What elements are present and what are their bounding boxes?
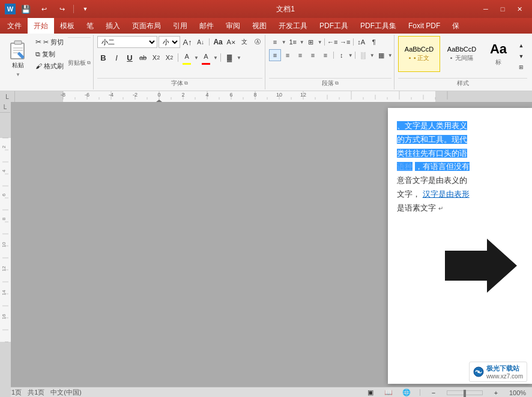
clipboard-group: 粘贴 ▼ ✂ ✂ 剪切 ⧉ 复制 🖌 格式刷 — [2, 35, 94, 89]
menu-foxit[interactable]: Foxit PDF — [402, 18, 446, 34]
clipboard-expand-icon[interactable]: ⧉ — [87, 60, 91, 66]
style-nospace-card[interactable]: AaBbCcD ▪ 无间隔 — [441, 36, 483, 72]
change-case-btn[interactable]: Aa — [212, 36, 224, 48]
shading-btn[interactable]: ▓ — [223, 52, 235, 64]
ruler-corner[interactable]: L — [0, 91, 15, 102]
bold-btn[interactable]: B — [97, 52, 109, 64]
print-layout-btn[interactable]: ▣ — [364, 387, 376, 398]
styles-scroll-up-btn[interactable]: ▲ — [515, 41, 527, 50]
clear-format-btn[interactable]: A✕ — [225, 36, 237, 48]
svg-text:12: 12 — [300, 92, 306, 98]
zoom-slider-thumb — [464, 390, 466, 397]
phonetic-btn[interactable]: 文 — [238, 36, 250, 48]
zoom-in-btn[interactable]: + — [490, 387, 502, 398]
quick-save-btn[interactable]: 💾 — [18, 3, 34, 15]
shading2-btn[interactable]: ░ — [357, 49, 369, 61]
undo-btn[interactable]: ↩ — [36, 3, 52, 15]
web-layout-btn[interactable]: 🌐 — [401, 387, 413, 398]
borders-dropdown[interactable]: ▼ — [388, 53, 393, 58]
copy-button[interactable]: ⧉ 复制 — [32, 49, 67, 59]
maximize-btn[interactable]: □ — [495, 3, 510, 15]
svg-rect-1 — [14, 41, 22, 44]
text-line-4: 语种 ，有语言但没有 — [397, 161, 523, 173]
align-right-btn[interactable]: ≡ — [294, 49, 306, 61]
line-spacing-btn[interactable]: ↕ — [336, 49, 348, 61]
sort-btn[interactable]: ↕A — [355, 36, 367, 48]
paste-icon — [8, 38, 28, 60]
arrow-container — [397, 239, 523, 293]
bullets-btn[interactable]: ≡ — [269, 36, 281, 48]
v-ruler-svg: 2 4 6 8 10 12 14 16 — [0, 102, 11, 397]
menu-file[interactable]: 文件 — [1, 18, 28, 34]
zoom-slider[interactable] — [447, 390, 483, 395]
menu-template[interactable]: 模板 — [54, 18, 80, 34]
font-size-select[interactable]: 小二 — [159, 36, 180, 48]
custom-toolbar-btn[interactable]: ▼ — [77, 3, 93, 15]
underline-btn[interactable]: U — [124, 52, 136, 64]
shading2-dropdown[interactable]: ▼ — [370, 53, 375, 58]
redo-btn[interactable]: ↪ — [54, 3, 70, 15]
increase-indent-btn[interactable]: →≡ — [339, 36, 351, 48]
align-left-btn[interactable]: ≡ — [269, 49, 281, 61]
menu-more[interactable]: 保 — [446, 18, 465, 34]
style-normal-label: ▪ ▪ 正文 — [409, 54, 430, 62]
font-color-dropdown[interactable]: ▼ — [213, 55, 218, 61]
style-normal-card[interactable]: AaBbCcD ▪ ▪ 正文 — [398, 36, 440, 72]
subscript-btn[interactable]: X2 — [150, 52, 162, 64]
show-marks-btn[interactable]: ¶ — [368, 36, 380, 48]
zoom-out-btn[interactable]: − — [428, 387, 440, 398]
menu-view[interactable]: 视图 — [246, 18, 273, 34]
shading-dropdown[interactable]: ▼ — [237, 55, 241, 61]
numbering-dropdown[interactable]: ▼ — [300, 40, 304, 45]
styles-scroll-down-btn[interactable]: ▼ — [515, 52, 527, 61]
menu-pen[interactable]: 笔 — [80, 18, 100, 34]
menu-home[interactable]: 开始 — [28, 18, 54, 34]
multilevel-dropdown[interactable]: ▼ — [318, 40, 322, 45]
read-mode-btn[interactable]: 📖 — [382, 387, 394, 398]
menu-developer[interactable]: 开发工具 — [273, 18, 313, 34]
menu-insert[interactable]: 插入 — [100, 18, 126, 34]
highlight-dropdown[interactable]: ▼ — [194, 55, 199, 61]
document-area[interactable]: 、文字是人类用表义 的方式和工具。现代 类往往先有口头的语 语种 ，有语言但没有… — [11, 102, 532, 387]
menu-pdf-toolset[interactable]: PDF工具集 — [354, 18, 402, 34]
clipboard-small-btns: ✂ ✂ 剪切 ⧉ 复制 🖌 格式刷 — [32, 36, 67, 72]
para-expand-icon[interactable]: ⧉ — [335, 80, 339, 86]
menu-review[interactable]: 审阅 — [220, 18, 246, 34]
align-center-btn[interactable]: ≡ — [282, 49, 294, 61]
distribute-btn[interactable]: ≡ — [319, 49, 331, 61]
font-shrink-btn[interactable]: A↓ — [195, 36, 207, 48]
menu-pdf-tools[interactable]: PDF工具 — [313, 18, 354, 34]
text-5: 意音文字是由表义的 — [397, 176, 467, 185]
menu-layout[interactable]: 页面布局 — [126, 18, 167, 34]
cut-button[interactable]: ✂ ✂ 剪切 — [32, 37, 67, 47]
styles-expand-btn[interactable]: ⊞ — [515, 62, 527, 72]
style-heading-card[interactable]: Aa 标 — [483, 36, 513, 72]
font-name-select[interactable]: 小二 — [97, 36, 157, 48]
menu-references[interactable]: 引用 — [167, 18, 193, 34]
strikethrough-btn[interactable]: ab — [137, 52, 149, 64]
font-grow-btn[interactable]: A↑ — [181, 36, 193, 48]
menu-mailings[interactable]: 邮件 — [193, 18, 220, 34]
paste-button[interactable]: 粘贴 — [5, 36, 31, 72]
style-nospace-text: AaBbCcD — [447, 46, 476, 53]
clipboard-label: 剪贴板 ⧉ — [68, 37, 91, 88]
justify-btn[interactable]: ≡ — [307, 49, 319, 61]
line-spacing-dropdown[interactable]: ▼ — [348, 53, 353, 58]
borders-btn[interactable]: ▦ — [375, 49, 387, 61]
selected-text-1: 、文字是人类用表义 — [397, 121, 467, 130]
bullets-dropdown[interactable]: ▼ — [282, 40, 286, 45]
superscript-btn[interactable]: X2 — [163, 52, 175, 64]
font-expand-icon[interactable]: ⧉ — [184, 80, 188, 86]
multilevel-btn[interactable]: ⊞ — [305, 36, 317, 48]
status-bar: 第1页 共1页 中文(中国) ▣ 📖 🌐 − + 100% — [0, 387, 532, 397]
font-color-btn[interactable]: A — [200, 50, 212, 62]
text-highlight-btn[interactable]: A — [181, 50, 193, 62]
numbering-btn[interactable]: 1≡ — [287, 36, 299, 48]
decrease-indent-btn[interactable]: ←≡ — [327, 36, 339, 48]
format-painter-button[interactable]: 🖌 格式刷 — [32, 61, 67, 71]
minimize-btn[interactable]: ─ — [478, 3, 494, 15]
styles-label: 样式 — [398, 78, 527, 88]
italic-btn[interactable]: I — [110, 52, 122, 64]
close-btn[interactable]: ✕ — [512, 3, 527, 15]
enclosed-char-btn[interactable]: Ⓐ — [252, 36, 264, 48]
